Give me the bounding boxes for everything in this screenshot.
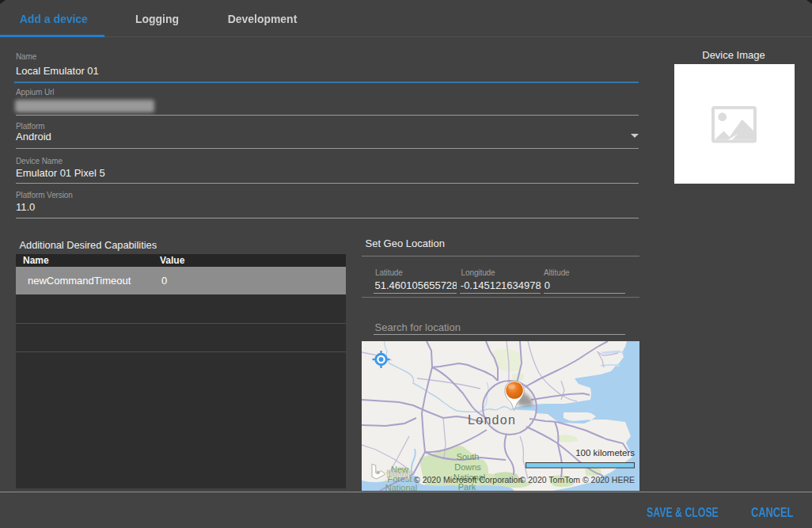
svg-text:South: South (457, 452, 480, 462)
svg-text:Downs: Downs (454, 462, 481, 472)
svg-text:100 kilometers: 100 kilometers (575, 448, 635, 458)
svg-text:© 2020 Microsoft Corporation: © 2020 Microsoft Corporation (414, 475, 522, 484)
svg-text:National: National (385, 483, 417, 491)
svg-text:London: London (468, 413, 516, 427)
svg-text:© 2020 TomTom © 2020 HERE: © 2020 TomTom © 2020 HERE (520, 475, 635, 484)
svg-text:bing: bing (387, 467, 411, 479)
